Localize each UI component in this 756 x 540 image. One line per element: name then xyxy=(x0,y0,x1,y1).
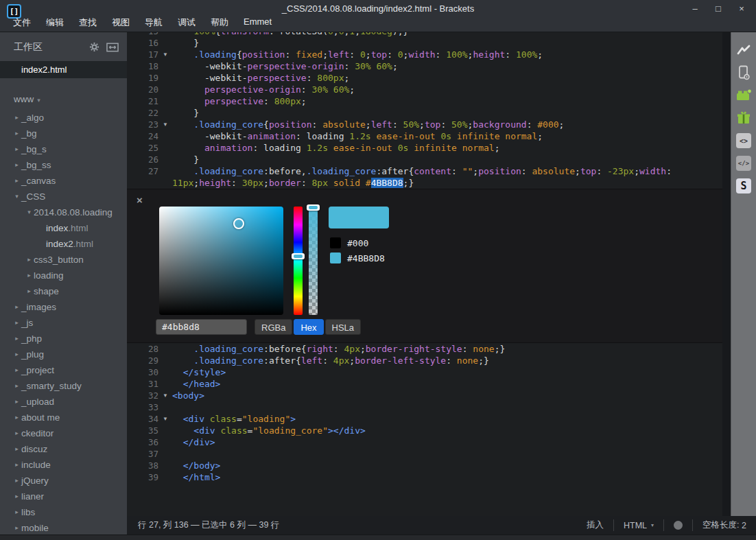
tree-item-mobile[interactable]: ▸mobile xyxy=(0,520,127,536)
chevron-right-icon[interactable]: ▸ xyxy=(25,268,34,283)
project-root-dropdown[interactable]: www▾ xyxy=(0,78,127,110)
swatch-#4BB8D8[interactable]: #4BB8D8 xyxy=(330,253,385,263)
tree-item-about me[interactable]: ▸about me xyxy=(0,410,127,425)
code-line-21[interactable]: 21 perspective: 800px; xyxy=(127,95,722,107)
chevron-right-icon[interactable]: ▸ xyxy=(12,410,21,425)
code-text[interactable]: </div> xyxy=(172,436,215,448)
tree-item-_plug[interactable]: ▸_plug xyxy=(0,347,127,362)
code-line-16[interactable]: 16 } xyxy=(127,37,722,49)
tree-item-_bg[interactable]: ▸_bg xyxy=(0,126,127,141)
chevron-right-icon[interactable]: ▸ xyxy=(12,457,21,473)
chevron-right-icon[interactable]: ▸ xyxy=(12,331,21,347)
tree-item-lianer[interactable]: ▸lianer xyxy=(0,489,127,504)
tree-item-index2.html[interactable]: index2.html xyxy=(0,236,127,252)
close-icon[interactable]: × xyxy=(137,195,143,206)
code-line-19[interactable]: 19 -webkit-perspective: 800px; xyxy=(127,72,722,84)
menu-帮助[interactable]: 帮助 xyxy=(203,14,236,31)
tree-item-loading[interactable]: ▸loading xyxy=(0,268,127,283)
chevron-down-icon[interactable]: ▾ xyxy=(12,189,21,204)
code-text[interactable]: .loading_core:after{left: 4px;border-lef… xyxy=(172,355,489,366)
code-line-35[interactable]: 35 <div class="loading_core"></div> xyxy=(127,425,722,436)
code-text[interactable]: animation: loading 1.2s ease-in-out 0s i… xyxy=(172,142,500,154)
code-text[interactable]: -webkit-perspective-origin: 30% 60%; xyxy=(172,60,398,72)
chevron-right-icon[interactable]: ▸ xyxy=(25,252,34,268)
code-text[interactable]: perspective-origin: 30% 60%; xyxy=(172,84,355,95)
tree-item-_canvas[interactable]: ▸_canvas xyxy=(0,173,127,189)
code-line-39[interactable]: 39 </html> xyxy=(127,471,722,483)
code-text[interactable]: </head> xyxy=(172,378,220,390)
swatch-chip[interactable] xyxy=(330,253,341,263)
code-line-wrap[interactable]: 11px;height: 30px;border: 8px solid #4BB… xyxy=(127,177,722,189)
code-line-25[interactable]: 25 animation: loading 1.2s ease-in-out 0… xyxy=(127,142,722,154)
language-dropdown[interactable]: HTML▾ xyxy=(614,516,663,535)
code-text[interactable]: </html> xyxy=(172,471,220,483)
close-button[interactable]: × xyxy=(733,2,751,16)
tree-item-_project[interactable]: ▸_project xyxy=(0,362,127,378)
tree-item-jQuery[interactable]: ▸jQuery xyxy=(0,473,127,489)
code-text[interactable]: .loading_core:before,.loading_core:after… xyxy=(172,165,672,177)
code-text[interactable]: 11px;height: 30px;border: 8px solid #4BB… xyxy=(172,177,414,189)
menu-调试[interactable]: 调试 xyxy=(170,14,203,31)
code-line-18[interactable]: 18 -webkit-perspective-origin: 30% 60%; xyxy=(127,60,722,72)
code-line-15[interactable]: 15 100%{transform: rotate3d(0,0,1,180deg… xyxy=(127,32,722,37)
menu-查找[interactable]: 查找 xyxy=(71,14,104,31)
menu-Emmet[interactable]: Emmet xyxy=(236,14,279,31)
tree-item-_php[interactable]: ▸_php xyxy=(0,331,127,347)
extension-manager-icon[interactable] xyxy=(735,87,752,104)
code-text[interactable]: perspective: 800px; xyxy=(172,95,307,107)
chevron-right-icon[interactable]: ▸ xyxy=(12,126,21,141)
code-line-32[interactable]: 32▼<body> xyxy=(127,390,722,401)
code-text[interactable]: </body> xyxy=(172,460,220,471)
working-set-file-index2[interactable]: index2.html xyxy=(0,61,127,78)
maximize-button[interactable]: □ xyxy=(709,2,727,16)
fold-marker-icon[interactable]: ▼ xyxy=(158,390,172,401)
opacity-handle[interactable] xyxy=(307,204,320,211)
s-badge-icon[interactable]: S xyxy=(735,178,752,194)
code-text[interactable]: <body> xyxy=(172,390,204,401)
code-line-22[interactable]: 22 } xyxy=(127,107,722,119)
chevron-right-icon[interactable]: ▸ xyxy=(12,441,21,457)
tree-item-2014.08.08.loading[interactable]: ▾2014.08.08.loading xyxy=(0,204,127,220)
chevron-right-icon[interactable]: ▸ xyxy=(12,394,21,410)
code-line-36[interactable]: 36 </div> xyxy=(127,436,722,448)
lint-status[interactable] xyxy=(664,516,692,535)
code-line-34[interactable]: 34▼ <div class="loading"> xyxy=(127,413,722,425)
fold-marker-icon[interactable]: ▼ xyxy=(158,413,172,425)
fold-marker-icon[interactable]: ▼ xyxy=(158,119,172,130)
code-text[interactable]: <div class="loading"> xyxy=(172,413,296,425)
chevron-right-icon[interactable]: ▸ xyxy=(12,378,21,394)
chevron-right-icon[interactable]: ▸ xyxy=(12,520,21,536)
editor-scrollbar[interactable] xyxy=(722,32,731,516)
chevron-right-icon[interactable]: ▸ xyxy=(12,489,21,504)
chevron-right-icon[interactable]: ▸ xyxy=(12,315,21,331)
chevron-right-icon[interactable]: ▸ xyxy=(25,283,34,299)
chevron-right-icon[interactable]: ▸ xyxy=(12,425,21,441)
tree-item-ckeditor[interactable]: ▸ckeditor xyxy=(0,425,127,441)
chevron-right-icon[interactable]: ▸ xyxy=(12,504,21,520)
chevron-right-icon[interactable]: ▸ xyxy=(12,110,21,126)
code-editor[interactable]: 15 100%{transform: rotate3d(0,0,1,180deg… xyxy=(127,32,722,516)
hue-slider[interactable] xyxy=(294,207,303,315)
tree-item-_upload[interactable]: ▸_upload xyxy=(0,394,127,410)
split-view-icon[interactable] xyxy=(106,43,119,55)
chevron-right-icon[interactable]: ▸ xyxy=(12,362,21,378)
tree-item-_CSS[interactable]: ▾_CSS xyxy=(0,189,127,204)
code-text[interactable]: <div class="loading_core"></div> xyxy=(172,425,366,436)
code-text[interactable]: } xyxy=(172,154,199,165)
menu-视图[interactable]: 视图 xyxy=(104,14,137,31)
swatch-#000[interactable]: #000 xyxy=(330,237,385,248)
format-button-hsla[interactable]: HSLa xyxy=(325,319,362,335)
format-button-hex[interactable]: Hex xyxy=(294,319,323,335)
code-text[interactable]: .loading_core{position: absolute;left: 5… xyxy=(172,119,564,130)
chevron-right-icon[interactable]: ▸ xyxy=(12,157,21,173)
chevron-down-icon[interactable]: ▾ xyxy=(25,204,34,220)
code-text[interactable]: .loading_core:before{right: 4px;border-r… xyxy=(172,343,505,355)
menu-编辑[interactable]: 编辑 xyxy=(38,14,71,31)
code-line-23[interactable]: 23▼ .loading_core{position: absolute;lef… xyxy=(127,119,722,130)
tree-item-_smarty_study[interactable]: ▸_smarty_study xyxy=(0,378,127,394)
code-text[interactable]: } xyxy=(172,37,199,49)
code-text[interactable]: } xyxy=(172,107,199,119)
tree-item-include[interactable]: ▸include xyxy=(0,457,127,473)
code-line-27[interactable]: 27 .loading_core:before,.loading_core:af… xyxy=(127,165,722,177)
code-line-38[interactable]: 38 </body> xyxy=(127,460,722,471)
